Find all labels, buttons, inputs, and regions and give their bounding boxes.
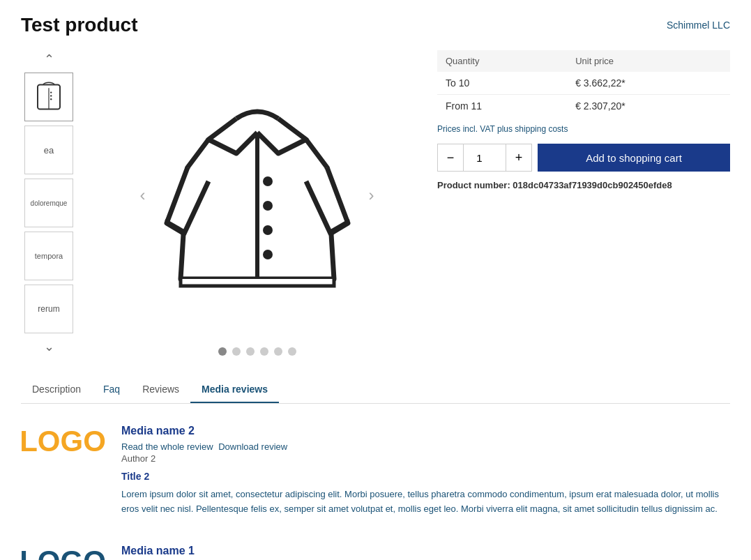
download-review-link-0[interactable]: Download review — [218, 441, 287, 452]
svg-point-3 — [50, 95, 52, 96]
page-title: Test product — [21, 14, 137, 36]
thumbnail-column: ⌃ ea doloremque tempora rerum ⌄ — [21, 50, 77, 356]
company-name: Schimmel LLC — [667, 20, 730, 31]
main-image-area: ‹ — [133, 50, 381, 340]
dot-4[interactable] — [260, 347, 268, 356]
logo-text-1: LOGO — [20, 545, 106, 560]
thumb-item-4[interactable]: rerum — [24, 285, 73, 333]
product-number-value: 018dc04733af71939d0cb902450efde8 — [513, 180, 672, 190]
tab-description[interactable]: Description — [21, 377, 92, 403]
add-to-cart-button[interactable]: Add to shopping cart — [538, 144, 730, 172]
price-val-0: € 3.662,22* — [567, 72, 730, 95]
vat-note[interactable]: Prices incl. VAT plus shipping costs — [437, 124, 730, 134]
media-name-1: Media name 1 — [121, 545, 730, 557]
thumb-item-0[interactable] — [24, 73, 73, 121]
read-review-link-0[interactable]: Read the whole review — [121, 441, 213, 452]
reviews-section: LOGO Media name 2 Read the whole review … — [21, 425, 730, 560]
review-text-0: Lorem ipsum dolor sit amet, consectetur … — [121, 487, 730, 517]
dot-3[interactable] — [246, 347, 255, 356]
unit-price-header: Unit price — [567, 50, 730, 72]
carousel-next-button[interactable]: › — [362, 179, 381, 212]
price-table: Quantity Unit price To 10 € 3.662,22* Fr… — [437, 50, 730, 117]
image-column: ‹ — [98, 50, 416, 356]
quantity-decrease-button[interactable]: − — [437, 144, 464, 172]
price-qty-0: To 10 — [437, 72, 567, 95]
thumb-item-2[interactable]: doloremque — [24, 179, 73, 227]
price-row-0: To 10 € 3.662,22* — [437, 72, 730, 95]
tab-reviews[interactable]: Reviews — [131, 377, 190, 403]
tab-media-reviews[interactable]: Media reviews — [190, 377, 279, 403]
thumb-next-button[interactable]: ⌄ — [43, 338, 56, 356]
tabs: Description Faq Reviews Media reviews — [21, 377, 730, 404]
svg-point-6 — [263, 176, 273, 186]
svg-point-2 — [50, 91, 52, 93]
review-item-0: LOGO Media name 2 Read the whole review … — [21, 425, 730, 517]
main-image — [153, 84, 362, 307]
review-links-0: Read the whole review Download review — [121, 441, 730, 452]
svg-point-8 — [263, 225, 273, 235]
carousel-prev-button[interactable]: ‹ — [133, 179, 153, 212]
price-val-1: € 2.307,20* — [567, 95, 730, 118]
product-number-label: Product number: — [437, 180, 510, 190]
tab-faq[interactable]: Faq — [92, 377, 131, 403]
page-header: Test product Schimmel LLC — [21, 14, 730, 36]
review-logo-0: LOGO — [21, 425, 105, 517]
svg-point-9 — [263, 250, 273, 259]
quantity-increase-button[interactable]: + — [506, 144, 532, 172]
review-item-1: LOGO Media name 1 Read the whole review … — [21, 545, 730, 560]
dot-2[interactable] — [232, 347, 241, 356]
thumb-prev-button[interactable]: ⌃ — [43, 50, 56, 68]
review-title-0: Title 2 — [121, 471, 730, 482]
product-area: ⌃ ea doloremque tempora rerum ⌄ ‹ — [21, 50, 730, 356]
dot-6[interactable] — [288, 347, 296, 356]
media-name-0: Media name 2 — [121, 425, 730, 437]
dot-1[interactable] — [218, 347, 227, 356]
quantity-input[interactable] — [464, 144, 506, 172]
quantity-header: Quantity — [437, 50, 567, 72]
svg-point-7 — [263, 201, 273, 211]
price-row-1: From 11 € 2.307,20* — [437, 95, 730, 118]
pricing-panel: Quantity Unit price To 10 € 3.662,22* Fr… — [437, 50, 730, 356]
quantity-row: − + Add to shopping cart — [437, 144, 730, 172]
svg-point-4 — [50, 98, 52, 100]
review-content-1: Media name 1 Read the whole review Downl… — [121, 545, 730, 560]
review-author-0: Author 2 — [121, 453, 730, 464]
thumb-item-3[interactable]: tempora — [24, 232, 73, 280]
product-number: Product number: 018dc04733af71939d0cb902… — [437, 180, 730, 190]
carousel-dots — [218, 347, 296, 356]
review-logo-1: LOGO — [21, 545, 105, 560]
logo-text-0: LOGO — [20, 425, 106, 458]
dot-5[interactable] — [274, 347, 282, 356]
thumb-item-1[interactable]: ea — [24, 126, 73, 174]
price-qty-1: From 11 — [437, 95, 567, 118]
review-content-0: Media name 2 Read the whole review Downl… — [121, 425, 730, 517]
